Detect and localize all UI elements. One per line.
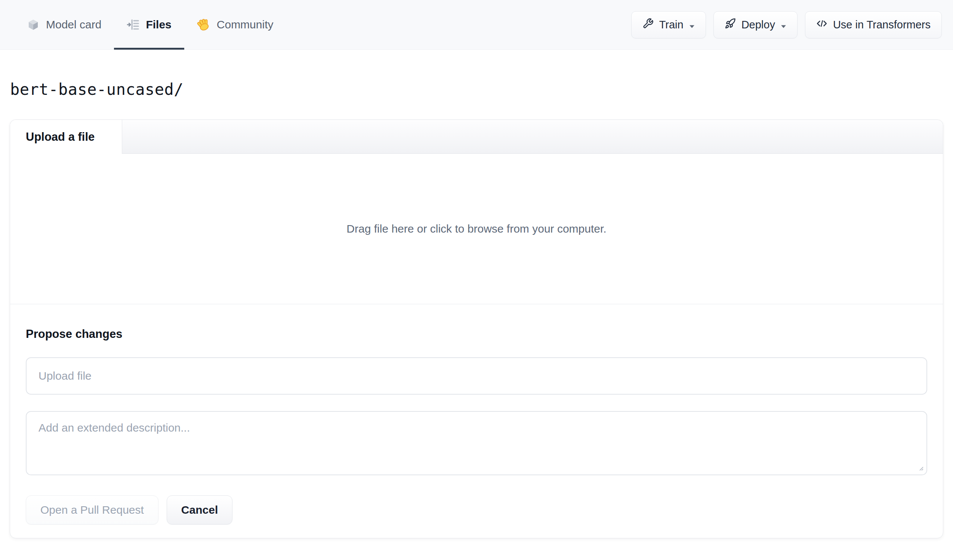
file-dropzone[interactable]: Drag file here or click to browse from y…: [10, 154, 943, 304]
propose-changes-section: Propose changes Open a Pull Request Canc…: [10, 327, 943, 538]
resize-grip-icon[interactable]: [917, 464, 924, 471]
tab-files[interactable]: Files: [127, 0, 171, 49]
cube-icon: [27, 18, 40, 31]
train-button[interactable]: Train: [631, 11, 706, 39]
tab-model-card[interactable]: Model card: [27, 0, 101, 49]
files-list-icon: [127, 18, 140, 31]
top-navigation: Model card Files: [0, 0, 953, 50]
upload-panel: Upload a file Drag file here or click to…: [10, 119, 943, 538]
tab-model-card-label: Model card: [46, 18, 101, 31]
tab-upload-a-file[interactable]: Upload a file: [10, 120, 122, 154]
nav-action-buttons: Train Deploy: [631, 11, 942, 39]
use-in-transformers-button[interactable]: Use in Transformers: [805, 11, 942, 39]
cancel-button[interactable]: Cancel: [167, 495, 233, 524]
breadcrumb-repo-path[interactable]: bert-base-uncased/: [10, 80, 953, 99]
dropzone-hint-text: Drag file here or click to browse from y…: [346, 223, 606, 235]
code-brackets-icon: [816, 18, 827, 32]
deploy-button[interactable]: Deploy: [714, 11, 798, 39]
open-pull-request-button[interactable]: Open a Pull Request: [26, 495, 158, 524]
extended-description-textarea[interactable]: [26, 411, 927, 475]
tab-upload-a-file-label: Upload a file: [26, 130, 95, 144]
propose-changes-heading: Propose changes: [26, 327, 927, 341]
tab-community[interactable]: Community: [197, 0, 273, 49]
caret-down-icon: [689, 19, 695, 31]
form-actions: Open a Pull Request Cancel: [26, 495, 927, 524]
caret-down-icon: [781, 19, 786, 31]
waving-hand-icon: [197, 18, 210, 31]
wrench-icon: [643, 18, 653, 32]
train-button-label: Train: [659, 19, 683, 31]
upload-filename-input[interactable]: [26, 357, 927, 394]
use-in-transformers-label: Use in Transformers: [833, 19, 931, 31]
rocket-icon: [725, 18, 736, 32]
tab-community-label: Community: [217, 18, 273, 31]
panel-tabstrip: Upload a file: [10, 120, 943, 154]
tab-files-label: Files: [146, 18, 171, 31]
deploy-button-label: Deploy: [742, 19, 775, 31]
description-field-wrapper: [26, 411, 927, 475]
